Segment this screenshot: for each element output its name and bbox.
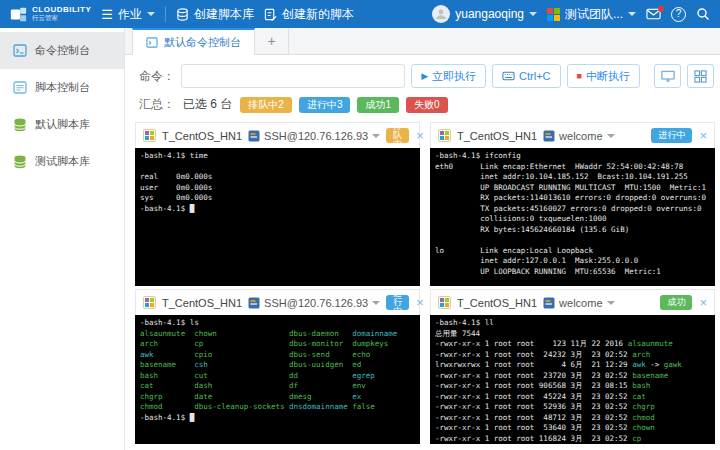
command-input[interactable] [181,64,405,88]
session-icon [248,130,260,142]
terminal-line: -rwxr-xr-x 1 root root 48712 3月 23 02:52… [435,413,710,424]
execute-now-button[interactable]: ▶ 立即执行 [411,64,486,88]
stop-icon: ■ [577,71,582,81]
tab-label: 默认命令控制台 [164,35,241,50]
hamburger-icon: ☰ [101,7,113,22]
session-name: SSH@120.76.126.93 [264,130,368,142]
terminal-line: lrwxrwxrwx 1 root root 4 6月 21 12:29 awk… [435,360,710,371]
close-icon[interactable]: × [416,296,424,309]
terminal-output[interactable]: -bash-4.1$ ll总用量 7544-rwxr-xr-x 1 root r… [430,315,715,444]
sidebar: 命令控制台 脚本控制台 默认脚本库 测试脚本库 [0,28,125,450]
nav-menu-jobs[interactable]: ☰ 作业 [101,6,155,23]
terminal-line: arch cp dbus-monitor dumpkeys [140,339,415,350]
execute-now-label: 立即执行 [432,69,476,84]
terminal-output[interactable]: -bash-4.1$ time real 0m0.000suser 0m0.00… [135,148,420,286]
script-console-icon [13,81,27,94]
command-label: 命令： [139,68,175,85]
ctrl-c-label: Ctrl+C [519,70,550,82]
summary-status-badge: 进行中3 [299,97,351,113]
session-icon [543,297,555,309]
tab-bar: 默认命令控制台 + [125,28,720,55]
topbar-divider [165,6,166,22]
terminal-line: -bash-4.1$ █ [140,204,415,215]
terminal-output[interactable]: -bash-4.1$ ifconfigeth0 Link encap:Ether… [430,148,715,286]
nav-menu-label: 作业 [118,6,142,23]
terminal-line: inet addr:10.104.185.152 Bcast:10.104.19… [435,172,710,183]
notification-dot [658,6,664,12]
summary-status-badge: 成功1 [357,97,399,113]
terminal-line [435,235,710,246]
terminal-line: sys 0m0.000s [140,193,415,204]
chevron-down-icon [607,301,615,305]
add-tab-button[interactable]: + [255,28,289,54]
script-library-icon [13,155,27,169]
terminal-line: -bash-4.1$ █ [140,413,415,424]
chevron-down-icon [147,12,155,16]
session-selector[interactable]: welcome [543,297,614,309]
create-new-script-button[interactable]: 创建新的脚本 [264,6,354,23]
centos-host-icon [438,129,451,142]
chevron-down-icon [372,134,380,138]
terminal-line: -rwxr-xr-x 1 root root 23720 3月 23 02:52… [435,371,710,382]
summary-label: 汇总： [139,96,175,113]
terminal-line: collisions:0 txqueuelen:1000 [435,214,710,225]
terminal-output[interactable]: -bash-4.1$ lsalsaunmute chown dbus-daemo… [135,315,420,444]
centos-host-icon [143,129,156,142]
close-icon[interactable]: × [699,129,707,142]
terminal-line: -rwxr-xr-x 1 root root 906568 3月 23 08:1… [435,381,710,392]
sidebar-item-test-script-library[interactable]: 测试脚本库 [0,143,124,180]
interrupt-button[interactable]: ■ 中断执行 [567,64,640,88]
sidebar-item-script-console[interactable]: 脚本控制台 [0,69,124,106]
terminal-window: T_CentOS_HN1 SSH@120.76.126.93 进行中 × [135,289,420,444]
centos-host-icon [438,296,451,309]
terminal-line: inet addr:127.0.0.1 Mask:255.0.0.0 [435,256,710,267]
terminal-window: T_CentOS_HN1 SSH@120.76.126.93 排队中 × [135,122,420,286]
host-name: T_CentOS_HN1 [457,130,537,142]
summary-badges: 排队中2进行中3成功1失败0 [240,97,447,113]
ctrl-c-button[interactable]: Ctrl+C [492,64,560,88]
session-selector[interactable]: welcome [543,130,614,142]
terminal-line: chmod dbus-cleanup-sockets dnsdomainname… [140,402,415,413]
summary-status-badge: 排队中2 [240,97,292,113]
grid-layout-button[interactable] [687,64,714,88]
host-name: T_CentOS_HN1 [162,297,242,309]
chevron-down-icon [628,12,636,16]
terminal-grid: T_CentOS_HN1 SSH@120.76.126.93 排队中 × [135,122,715,444]
plus-icon: + [267,33,275,49]
terminal-line: UP LOOPBACK RUNNING MTU:65536 Metric:1 [435,267,710,278]
terminal-line: -bash-4.1$ time [140,151,415,162]
fullscreen-terminal-button[interactable] [654,64,681,88]
terminal-line: 总用量 7544 [435,329,710,340]
session-selector[interactable]: SSH@120.76.126.93 [248,130,380,142]
team-menu[interactable]: 测试团队... [547,6,636,23]
sidebar-item-command-console[interactable]: 命令控制台 [0,32,124,69]
sidebar-item-default-script-library[interactable]: 默认脚本库 [0,106,124,143]
brand-logo[interactable]: CLOUDBILITY 行云管家 [10,6,91,23]
brand-name: CLOUDBILITY [32,6,91,14]
help-button[interactable]: ? [671,7,686,22]
terminal-line: bash cut dd egrep [140,371,415,382]
sidebar-item-label: 默认脚本库 [35,117,90,132]
summary-row: 汇总： 已选 6 台 排队中2进行中3成功1失败0 [125,88,720,118]
close-icon[interactable]: × [699,296,707,309]
host-name: T_CentOS_HN1 [457,297,537,309]
terminal-line: RX bytes:145624660184 (135.6 GiB) [435,225,710,236]
database-icon [176,8,189,21]
avatar [432,5,450,23]
search-button[interactable] [696,7,710,21]
terminal-line: alsaunmute chown dbus-daemon domainname [140,329,415,340]
terminal-header: T_CentOS_HN1 SSH@120.76.126.93 排队中 × [135,122,420,148]
status-badge: 成功 [660,295,692,310]
session-selector[interactable]: SSH@120.76.126.93 [248,297,380,309]
sidebar-item-label: 命令控制台 [35,43,90,58]
create-script-library-button[interactable]: 创建脚本库 [176,6,254,23]
session-name: welcome [559,297,602,309]
user-menu[interactable]: yuangaoqing [432,5,537,23]
console-tab-icon [146,37,158,48]
notifications-button[interactable] [646,8,661,20]
chevron-down-icon [372,301,380,305]
chevron-down-icon [607,134,615,138]
close-icon[interactable]: × [416,129,424,142]
status-badge: 排队中 [386,128,409,143]
tab-default-command-console[interactable]: 默认命令控制台 [132,28,255,55]
